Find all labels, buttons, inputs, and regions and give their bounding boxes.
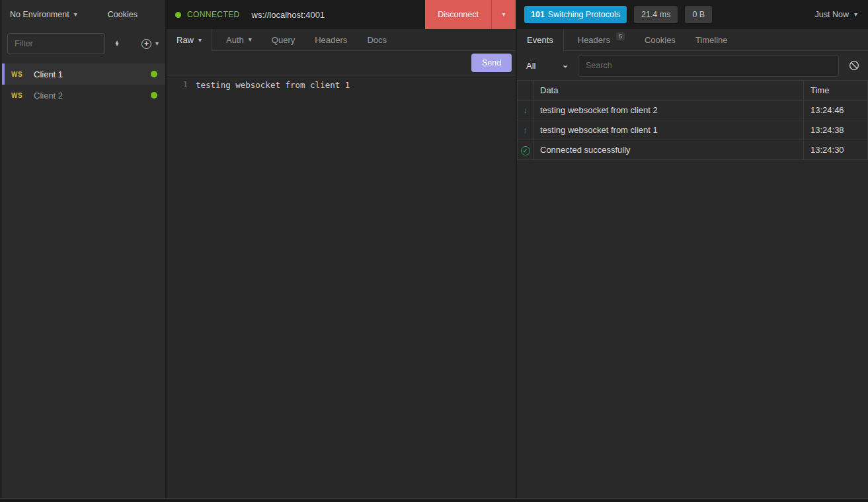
tab-query[interactable]: Query: [262, 29, 305, 50]
blocked-icon: [849, 60, 859, 71]
sort-down-icon: ▼: [114, 44, 120, 46]
status-badge: 101 Switching Protocols: [524, 6, 627, 23]
connected-dot-icon: [175, 12, 181, 18]
time-column-header: Time: [804, 81, 868, 101]
tab-docs[interactable]: Docs: [357, 29, 397, 50]
event-type-select[interactable]: All ⌄: [524, 61, 571, 71]
tab-body-type-raw[interactable]: Raw ▾: [167, 29, 212, 51]
event-data[interactable]: testing websocket from client 2: [533, 101, 804, 120]
cookies-button[interactable]: Cookies: [108, 10, 138, 19]
caret-down-icon: ▾: [249, 36, 252, 43]
request-tab-strip: Raw ▾ Auth ▾ Query Headers Docs: [167, 29, 516, 51]
ws-method-badge: WS: [11, 92, 34, 99]
caret-down-icon: ▾: [198, 37, 202, 44]
bottom-edge-strip: [0, 498, 868, 502]
events-table-header: Data Time: [518, 81, 868, 101]
event-time: 13:24:30: [804, 140, 868, 160]
event-type-value: All: [526, 61, 535, 71]
status-reason: Switching Protocols: [548, 10, 620, 19]
environment-label: No Environment: [10, 10, 69, 19]
event-data[interactable]: Connected successfully: [533, 140, 804, 160]
disconnect-options-button[interactable]: ▾: [491, 0, 516, 29]
message-editor[interactable]: 1 testing websocket from client 1: [167, 75, 516, 498]
events-table: Data Time ↓ testing websocket from clien…: [517, 80, 868, 160]
request-tabs: Auth ▾ Query Headers Docs: [212, 29, 516, 51]
tab-response-headers[interactable]: Headers5: [568, 29, 635, 50]
response-size-badge: 0 B: [685, 6, 712, 23]
request-pane: CONNECTED ws://localhost:4001 Disconnect…: [167, 0, 517, 498]
message-body-text[interactable]: testing websocket from client 1: [196, 80, 350, 498]
events-filter-row: All ⌄: [517, 51, 868, 80]
response-tabs: Headers5 Cookies Timeline: [564, 29, 868, 51]
plus-circle-icon: +: [141, 39, 151, 49]
websocket-url[interactable]: ws://localhost:4001: [252, 10, 325, 20]
send-button[interactable]: Send: [471, 54, 512, 72]
events-search-input[interactable]: [578, 55, 839, 77]
request-list: WS Client 1 WS Client 2: [2, 63, 165, 106]
event-row-connected[interactable]: ✓ Connected successfully 13:24:30: [518, 140, 868, 160]
line-number: 1: [167, 80, 196, 498]
response-tab-strip: Events Headers5 Cookies Timeline: [517, 29, 868, 51]
event-time: 13:24:46: [804, 101, 868, 120]
caret-down-icon: ▾: [74, 11, 77, 18]
app-window: No Environment ▾ Cookies ▲ ▼ + ▾ WS Clie…: [0, 0, 868, 498]
caret-down-icon: ▾: [854, 11, 857, 18]
filter-input[interactable]: [7, 33, 105, 54]
headers-count-badge: 5: [616, 32, 625, 40]
check-circle-icon: ✓: [521, 146, 530, 155]
response-history-dropdown[interactable]: Just Now ▾: [815, 10, 857, 19]
icon-column-header: [518, 81, 533, 101]
event-time: 13:24:38: [804, 120, 868, 140]
sidebar-top-bar: No Environment ▾ Cookies: [2, 0, 165, 29]
request-name: Client 1: [34, 69, 63, 79]
data-column-header: Data: [533, 81, 804, 101]
disconnect-button[interactable]: Disconnect ▾: [425, 0, 516, 29]
environment-selector[interactable]: No Environment ▾: [10, 10, 77, 19]
send-row: Send: [167, 51, 516, 75]
sidebar-filter-row: ▲ ▼ + ▾: [2, 29, 165, 58]
sidebar: No Environment ▾ Cookies ▲ ▼ + ▾ WS Clie…: [0, 0, 167, 498]
add-request-button[interactable]: + ▾: [141, 39, 159, 49]
event-row-sent[interactable]: ↑ testing websocket from client 1 13:24:…: [518, 120, 868, 140]
body-type-label: Raw: [177, 35, 194, 45]
history-label: Just Now: [815, 10, 849, 19]
event-row-received[interactable]: ↓ testing websocket from client 2 13:24:…: [518, 101, 868, 120]
tab-events[interactable]: Events: [517, 29, 564, 51]
response-time-badge: 21.4 ms: [634, 6, 678, 23]
connection-status-dot: [151, 71, 157, 77]
tab-response-cookies[interactable]: Cookies: [635, 29, 686, 50]
chevron-down-icon: ⌄: [562, 63, 569, 67]
tab-timeline[interactable]: Timeline: [686, 29, 738, 50]
sidebar-item-client-1[interactable]: WS Client 1: [2, 63, 165, 85]
tab-auth[interactable]: Auth ▾: [216, 29, 262, 50]
event-data[interactable]: testing websocket from client 1: [533, 120, 804, 140]
disconnect-label: Disconnect: [425, 0, 491, 29]
connection-status-label: CONNECTED: [187, 10, 240, 19]
tab-headers[interactable]: Headers: [305, 29, 357, 50]
auth-tab-label: Auth: [226, 35, 244, 45]
sort-icon[interactable]: ▲ ▼: [114, 41, 120, 47]
ws-method-badge: WS: [11, 71, 34, 78]
message-sent-icon: ↑: [523, 125, 528, 135]
caret-down-icon: ▾: [502, 11, 505, 18]
sidebar-item-client-2[interactable]: WS Client 2: [2, 85, 165, 106]
response-status-bar: 101 Switching Protocols 21.4 ms 0 B Just…: [517, 0, 868, 29]
request-name: Client 2: [34, 91, 63, 101]
message-received-icon: ↓: [523, 105, 528, 115]
caret-down-icon: ▾: [155, 40, 159, 47]
clear-events-button[interactable]: [847, 60, 861, 71]
url-bar: CONNECTED ws://localhost:4001 Disconnect…: [167, 0, 516, 29]
response-pane: 101 Switching Protocols 21.4 ms 0 B Just…: [517, 0, 868, 498]
connection-status-dot: [151, 92, 157, 99]
headers-tab-label: Headers: [578, 35, 610, 45]
status-code: 101: [531, 10, 545, 19]
